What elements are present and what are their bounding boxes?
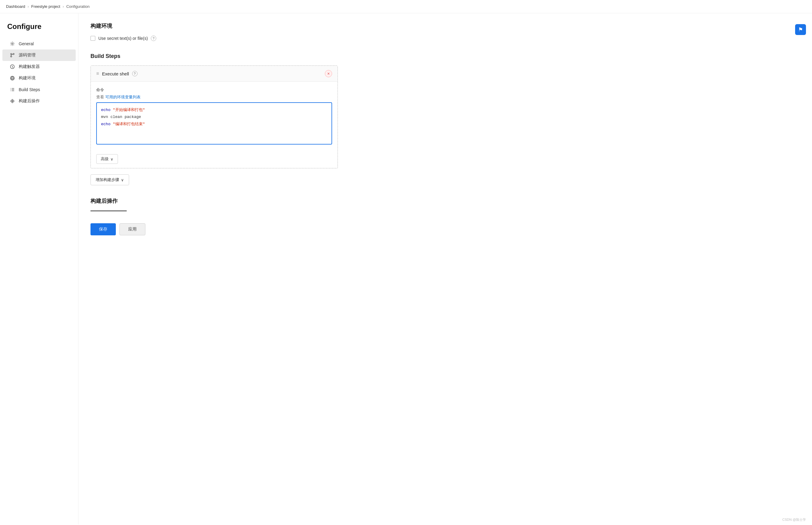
step-card-body: 命令 查看 可用的环境变量列表 echo "开始编译和打包" mvn clean… [91, 82, 338, 150]
step-card-header: ≡ Execute shell ? × [91, 66, 338, 82]
execute-shell-title: Execute shell [102, 71, 129, 76]
breadcrumb-project[interactable]: Freestyle project [31, 4, 60, 9]
command-field-label: 命令 [96, 87, 332, 93]
sidebar-item-build-steps[interactable]: Build Steps [2, 84, 76, 95]
breadcrumb-current: Configuration [66, 4, 90, 9]
breadcrumb-sep-2: › [63, 4, 64, 9]
sidebar-item-source-mgmt[interactable]: 源码管理 [2, 49, 76, 61]
sidebar-item-general[interactable]: General [2, 38, 76, 49]
breadcrumb: Dashboard › Freestyle project › Configur… [0, 0, 812, 13]
branch-icon [10, 52, 15, 58]
sidebar-item-build-env[interactable]: 构建环境 [2, 72, 76, 84]
sidebar-general-label: General [19, 41, 34, 46]
svg-point-2 [13, 54, 14, 55]
sidebar: Configure General 源码管理 [0, 13, 78, 524]
drag-handle-icon[interactable]: ≡ [96, 71, 99, 76]
globe-icon [10, 75, 15, 81]
sidebar-env-label: 构建环境 [19, 75, 35, 81]
breadcrumb-dashboard[interactable]: Dashboard [6, 4, 25, 9]
svg-point-3 [11, 56, 12, 57]
list-icon [10, 87, 15, 92]
code-editor[interactable]: echo "开始编译和打包" mvn clean package echo "编… [96, 102, 332, 145]
secret-checkbox-row: Use secret text(s) or file(s) ? [91, 35, 338, 41]
add-step-button[interactable]: 增加构建步骤 ∨ [91, 175, 129, 185]
env-link-prefix: 查看 [96, 95, 105, 99]
build-env-section: 构建环境 Use secret text(s) or file(s) ? [91, 22, 338, 41]
sidebar-item-build-trigger[interactable]: 构建触发器 [2, 61, 76, 72]
action-buttons: 保存 应用 [91, 223, 338, 235]
svg-marker-13 [12, 100, 13, 102]
build-env-title: 构建环境 [91, 22, 338, 30]
post-build-divider [91, 211, 127, 211]
post-build-title: 构建后操作 [91, 197, 338, 205]
build-steps-section: Build Steps ≡ Execute shell ? × 命令 查看 可用… [91, 53, 338, 185]
env-link-row: 查看 可用的环境变量列表 [96, 94, 332, 100]
step-card-header-left: ≡ Execute shell ? [96, 71, 138, 76]
advanced-btn-label: 高级 [101, 156, 109, 162]
secret-checkbox-label: Use secret text(s) or file(s) [98, 36, 148, 41]
execute-shell-help-icon[interactable]: ? [132, 71, 138, 76]
secret-checkbox[interactable] [91, 36, 95, 41]
execute-shell-card: ≡ Execute shell ? × 命令 查看 可用的环境变量列表 echo… [91, 65, 338, 168]
diamond-icon [10, 99, 15, 104]
advanced-section: 高级 ∨ [91, 150, 338, 168]
sidebar-post-build-label: 构建后操作 [19, 99, 40, 104]
apply-button[interactable]: 应用 [120, 223, 145, 235]
chevron-down-icon: ∨ [110, 157, 113, 162]
sidebar-title: Configure [0, 19, 78, 38]
env-variables-link[interactable]: 可用的环境变量列表 [105, 95, 141, 99]
execute-shell-close-btn[interactable]: × [325, 70, 332, 77]
sidebar-build-steps-label: Build Steps [19, 87, 40, 92]
float-action-button[interactable]: ⚑ [795, 24, 806, 35]
sidebar-source-label: 源码管理 [19, 52, 35, 58]
save-button[interactable]: 保存 [91, 223, 116, 235]
sidebar-item-post-build[interactable]: 构建后操作 [2, 95, 76, 107]
svg-point-0 [12, 43, 13, 45]
watermark: CSDN @陈士学 [782, 518, 806, 522]
sidebar-trigger-label: 构建触发器 [19, 64, 40, 70]
breadcrumb-sep-1: › [28, 4, 29, 9]
secret-help-icon[interactable]: ? [151, 35, 156, 41]
main-content: 构建环境 Use secret text(s) or file(s) ? Bui… [78, 13, 350, 524]
float-btn-icon: ⚑ [798, 26, 803, 33]
post-build-section: 构建后操作 [91, 197, 338, 211]
clock-icon [10, 64, 15, 70]
add-step-chevron-icon: ∨ [121, 178, 124, 182]
advanced-button[interactable]: 高级 ∨ [96, 154, 118, 164]
add-step-label: 增加构建步骤 [96, 177, 119, 182]
gear-icon [10, 41, 15, 46]
build-steps-title: Build Steps [91, 53, 338, 59]
